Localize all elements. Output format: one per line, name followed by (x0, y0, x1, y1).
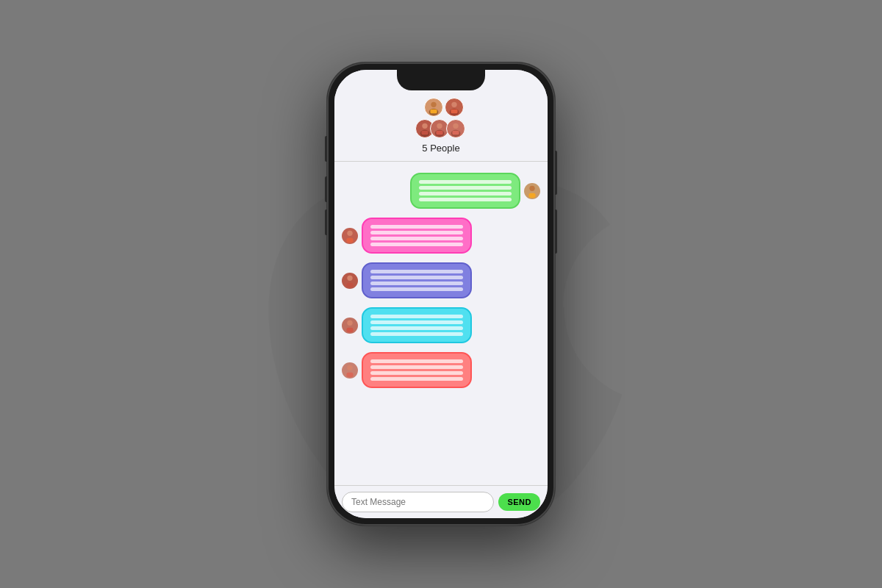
svg-point-15 (529, 185, 534, 190)
bubble-line (370, 237, 463, 240)
sender-avatar-4 (342, 318, 358, 334)
svg-rect-8 (421, 131, 428, 135)
group-label: 5 People (422, 143, 459, 154)
bubble-line (370, 282, 463, 285)
bubble-line (419, 198, 512, 201)
avatar-2 (445, 98, 464, 117)
svg-rect-24 (346, 372, 353, 376)
svg-rect-2 (430, 110, 437, 114)
message-row (342, 262, 540, 298)
svg-point-23 (347, 365, 352, 370)
bubble-line (370, 377, 463, 381)
message-bubble-pink (362, 218, 472, 254)
svg-rect-14 (452, 131, 459, 135)
message-bubble-purple (362, 262, 472, 298)
svg-rect-18 (346, 237, 353, 242)
message-bubble-green (410, 173, 520, 209)
svg-point-0 (431, 102, 436, 107)
sender-avatar-1 (524, 183, 540, 199)
input-bar: SEND (334, 485, 548, 518)
text-message-input[interactable] (342, 492, 494, 512)
message-row (342, 173, 540, 209)
sender-avatar-2 (342, 228, 358, 244)
svg-rect-5 (451, 110, 457, 114)
send-button[interactable]: SEND (498, 493, 540, 511)
bubble-line (419, 192, 512, 196)
svg-rect-11 (436, 131, 442, 135)
messages-area (334, 162, 548, 485)
phone-notch (397, 70, 485, 90)
bubble-line (370, 231, 463, 234)
svg-point-12 (453, 123, 458, 129)
svg-rect-16 (528, 193, 535, 197)
svg-point-9 (437, 123, 442, 129)
bubble-line (370, 270, 463, 273)
svg-point-6 (422, 123, 427, 129)
bubble-line (419, 186, 512, 190)
bubble-line (370, 371, 463, 375)
sender-avatar-5 (342, 362, 358, 379)
sender-avatar-3 (342, 273, 358, 289)
svg-point-17 (347, 230, 352, 235)
bubble-line (370, 315, 463, 318)
bubble-line (370, 225, 463, 229)
bubble-line (370, 359, 463, 363)
bubble-line (370, 276, 463, 279)
bubble-line (370, 332, 463, 336)
svg-rect-22 (346, 327, 353, 331)
phone-screen: 5 People (334, 70, 548, 518)
bubble-line (370, 320, 463, 324)
group-avatar (415, 98, 467, 138)
message-row (342, 218, 540, 254)
svg-point-19 (347, 275, 352, 280)
bubble-line (370, 287, 463, 291)
bubble-line (419, 180, 512, 184)
bubble-line (370, 326, 463, 330)
bubble-line (370, 365, 463, 369)
svg-point-21 (347, 320, 352, 325)
phone-shell: 5 People (327, 62, 555, 526)
svg-rect-20 (346, 282, 353, 287)
avatar-1 (424, 98, 443, 117)
svg-point-3 (451, 102, 456, 107)
message-row (342, 307, 540, 343)
message-bubble-cyan (362, 307, 472, 343)
bubble-line (370, 243, 463, 246)
avatar-5 (446, 119, 465, 138)
message-bubble-salmon (362, 352, 472, 388)
message-row (342, 352, 540, 388)
